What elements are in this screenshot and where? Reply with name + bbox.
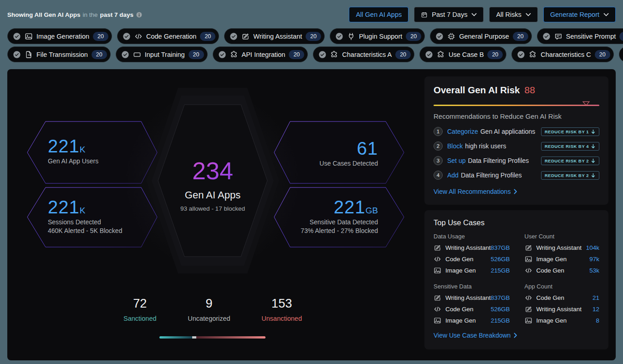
puzzle-icon — [437, 51, 445, 59]
view-use-case-breakdown-link[interactable]: View Use Case Breakdown — [434, 332, 517, 339]
use-case-name: Image Gen — [445, 317, 476, 324]
stat-label: Uncategorized — [188, 315, 230, 322]
filter-chip-image-generation[interactable]: Image Generation20 — [7, 28, 112, 44]
stat-value: 153 — [261, 297, 302, 311]
filter-chip-characteristics-c[interactable]: Characteristics C20 — [511, 46, 613, 62]
chip-icon: AI — [447, 32, 455, 40]
risk-filter-button[interactable]: All Risks — [489, 7, 538, 22]
reduce-risk-badge[interactable]: REDUCE RISK BY 2 — [541, 157, 599, 165]
filter-chip-plugin-support[interactable]: Plugin Support20 — [330, 28, 425, 44]
reduce-risk-badge-label: REDUCE RISK BY 2 — [545, 173, 589, 178]
filter-chip-input-training[interactable]: Input Training20 — [116, 46, 208, 62]
file-export-icon — [25, 51, 33, 59]
filter-chip-row-2: File Transmission20Input Training20API I… — [7, 46, 617, 62]
writing-icon — [525, 305, 532, 313]
image-icon — [434, 317, 441, 324]
view-all-recommendations-link[interactable]: View All Recommendations — [434, 188, 517, 195]
chevron-right-icon — [514, 333, 517, 338]
sessions-value: 221K — [48, 198, 122, 216]
sensitive-sublabel: 73% Alerted - 27% Blocked — [301, 227, 378, 234]
recommendation-number: 3 — [434, 156, 443, 165]
recommendation-number: 1 — [434, 127, 443, 136]
filter-chip-count-badge: 20 — [200, 32, 215, 41]
chevron-down-icon — [603, 13, 609, 17]
use-case-section-app-count: App CountCode Gen21Writing Assistant12Im… — [525, 283, 599, 326]
sanction-bar-segment-2 — [196, 336, 266, 339]
use-case-name: Image Gen — [536, 256, 567, 263]
check-circle-icon — [13, 51, 21, 59]
filter-chip-general-purpose[interactable]: AIGeneral Purpose20 — [430, 28, 532, 44]
risk-score: 88 — [525, 85, 535, 96]
recommendation-action-link[interactable]: Set up — [447, 157, 465, 164]
filter-chip-count-badge: 20 — [406, 32, 421, 41]
check-circle-icon — [230, 32, 238, 40]
filter-chip-label: Use Case B — [449, 51, 484, 58]
risk-filter-button-label: All Risks — [496, 11, 521, 18]
filter-chip-label: Characteristics C — [541, 51, 591, 58]
stat-label: Sanctioned — [123, 315, 157, 322]
filter-chip-label: Writing Assistant — [253, 33, 302, 40]
recommendation-text: Set upData Filtering Profiles — [447, 157, 529, 164]
main-panel: 221K Gen AI App Users 221K Sessions Dete… — [7, 69, 616, 360]
generate-report-button-label: Generate Report — [550, 11, 599, 18]
reduce-risk-badge[interactable]: REDUCE RISK BY 4 — [541, 142, 599, 151]
filter-chip-label: Sensitive Prompt — [566, 33, 616, 40]
use-case-value: 8 — [596, 317, 599, 324]
filter-chip-characteristics-a[interactable]: Characteristics A20 — [313, 46, 414, 62]
filter-chip-writing-assistant[interactable]: Writing Assistant20 — [224, 28, 325, 44]
filter-chip-count-badge: 20 — [619, 32, 623, 41]
filter-chip-count-badge: 20 — [92, 50, 107, 59]
use-case-value: 53k — [589, 267, 599, 274]
filter-chip-label: File Transmission — [36, 51, 88, 58]
check-circle-icon — [435, 32, 444, 40]
filter-chip-more[interactable]: More20 — [619, 46, 623, 62]
stat-label: Unsanctioned — [261, 315, 302, 322]
info-icon[interactable] — [136, 11, 143, 18]
use-case-row-image-gen: Image Gen97k — [525, 253, 599, 265]
arrow-down-icon — [591, 144, 596, 149]
use-case-section-sensitive-data: Sensitive DataWriting Assistant837GBCode… — [434, 283, 510, 326]
recommendation-action-link[interactable]: Block — [447, 142, 463, 150]
use-case-section-title: Data Usage — [434, 233, 510, 240]
check-circle-icon — [425, 51, 433, 59]
users-hex-content: 221K Gen AI App Users — [48, 137, 98, 165]
risk-card-title: Overall Gen AI Risk — [434, 85, 520, 96]
filter-chip-file-transmission[interactable]: File Transmission20 — [7, 46, 111, 62]
code-icon — [434, 305, 441, 313]
use-case-row-code-gen: Code Gen21 — [525, 292, 599, 303]
recommendation-description: high risk users — [465, 142, 506, 150]
filter-chip-count-badge: 20 — [93, 32, 108, 41]
filter-chip-use-case-b[interactable]: Use Case B20 — [419, 46, 506, 62]
sessions-sublabel: 460K Alerted - 5K Blocked — [48, 227, 122, 234]
recommendation-action-link[interactable]: Categorize — [447, 128, 478, 135]
reduce-risk-badge[interactable]: REDUCE RISK BY 2 — [541, 171, 599, 180]
image-icon — [25, 32, 33, 40]
use-case-section-title: User Count — [525, 233, 599, 240]
reduce-risk-badge[interactable]: REDUCE RISK BY 1 — [541, 127, 599, 136]
showing-summary: Showing All Gen AI Apps in the past 7 da… — [7, 11, 143, 18]
time-range-button[interactable]: Past 7 Days — [414, 7, 484, 22]
writing-icon — [241, 32, 250, 40]
risk-marker-icon — [582, 100, 590, 105]
reduce-risk-badge-label: REDUCE RISK BY 2 — [545, 158, 589, 163]
recommendation-number: 4 — [434, 171, 443, 180]
code-icon — [434, 255, 441, 263]
filter-chip-api-integration[interactable]: API Integration20 — [213, 46, 308, 62]
sanction-bar-segment-1 — [192, 336, 196, 339]
use-case-section-data-usage: Data UsageWriting Assistant837GBCode Gen… — [434, 233, 510, 276]
image-icon — [525, 255, 532, 263]
recommendation-row-2: 2Blockhigh risk usersREDUCE RISK BY 4 — [434, 139, 599, 153]
all-gen-ai-apps-button[interactable]: All Gen AI Apps — [349, 7, 409, 22]
calendar-icon — [421, 11, 428, 18]
filter-chip-count-badge: 20 — [487, 50, 503, 59]
hex-visualization: 221K Gen AI App Users 221K Sessions Dete… — [7, 69, 424, 360]
use-case-value: 12 — [592, 306, 599, 313]
use-case-name: Writing Assistant — [536, 244, 582, 251]
use-case-section-title: Sensitive Data — [434, 283, 510, 290]
filter-chip-sensitive-prompt[interactable]: Sensitive Prompt20 — [537, 28, 623, 44]
code-icon — [525, 267, 532, 274]
recommendation-action-link[interactable]: Add — [447, 172, 459, 179]
check-circle-icon — [517, 51, 525, 59]
generate-report-button[interactable]: Generate Report — [543, 7, 616, 22]
filter-chip-code-generation[interactable]: Code Generation20 — [117, 28, 219, 44]
